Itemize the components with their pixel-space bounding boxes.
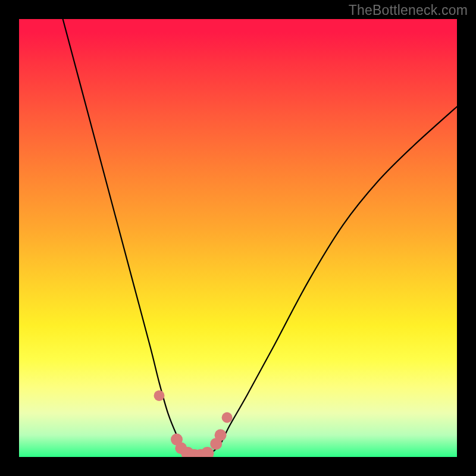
bottleneck-curve (63, 19, 457, 457)
highlight-dot (222, 412, 233, 423)
highlight-dot (201, 447, 214, 457)
chart-frame: TheBottleneck.com (0, 0, 476, 476)
highlight-dot (154, 390, 165, 401)
highlighted-dots-group (154, 390, 233, 457)
curve-layer (19, 19, 457, 457)
highlight-dot (215, 429, 227, 441)
plot-area (19, 19, 457, 457)
watermark-text: TheBottleneck.com (349, 2, 468, 18)
